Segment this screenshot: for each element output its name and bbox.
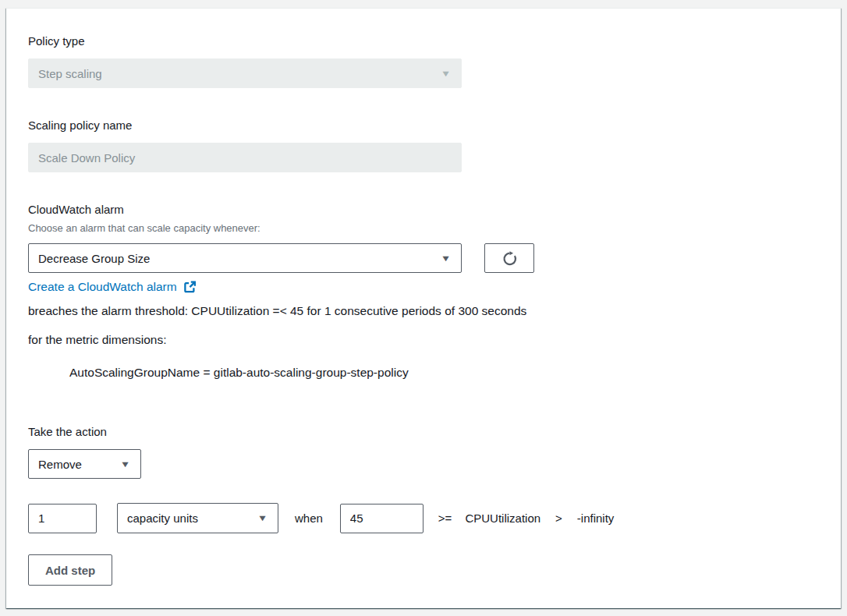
- lower-bound-operator: >: [555, 512, 562, 525]
- policy-name-label: Scaling policy name: [28, 119, 819, 133]
- chevron-down-icon: ▼: [120, 460, 131, 469]
- metric-dimension-text: AutoScalingGroupName = gitlab-auto-scali…: [28, 366, 819, 380]
- cloudwatch-alarm-field: CloudWatch alarm Choose an alarm that ca…: [28, 203, 819, 380]
- page-background: { "colors": { "page_background": "#f2f3f…: [0, 0, 847, 616]
- metric-name-label: CPUUtilization: [465, 512, 540, 525]
- policy-type-label: Policy type: [28, 34, 819, 48]
- scaling-step-row: capacity units ▼ when >= CPUUtilization …: [28, 503, 819, 533]
- lower-bound-value: -infinity: [577, 512, 615, 525]
- step-amount-input[interactable]: [28, 504, 97, 533]
- external-link-icon: [183, 280, 197, 294]
- policy-name-input: [28, 143, 462, 172]
- alarm-select-row: Decrease Group Size ▼: [28, 243, 819, 273]
- step-scaling-policy-card: Policy type Step scaling ▼ Scaling polic…: [6, 8, 841, 608]
- policy-type-field: Policy type Step scaling ▼: [28, 34, 819, 88]
- cloudwatch-alarm-description: Choose an alarm that can scale capacity …: [28, 222, 819, 235]
- policy-type-selected-value: Step scaling: [38, 67, 102, 80]
- take-action-field: Take the action Remove ▼ capacity units …: [28, 425, 819, 586]
- cloudwatch-alarm-selected-value: Decrease Group Size: [38, 252, 150, 265]
- refresh-icon: [501, 250, 518, 267]
- take-action-label: Take the action: [28, 425, 819, 439]
- create-cloudwatch-alarm-link-label: Create a CloudWatch alarm: [28, 280, 177, 294]
- step-unit-select[interactable]: capacity units ▼: [117, 503, 278, 533]
- add-step-button[interactable]: Add step: [28, 554, 112, 586]
- chevron-down-icon: ▼: [257, 514, 268, 522]
- create-cloudwatch-alarm-link[interactable]: Create a CloudWatch alarm: [28, 280, 197, 294]
- action-type-selected-value: Remove: [38, 458, 82, 471]
- action-type-select[interactable]: Remove ▼: [28, 449, 141, 479]
- when-label: when: [295, 512, 323, 525]
- upper-bound-operator: >=: [438, 512, 452, 525]
- chevron-down-icon: ▼: [441, 69, 452, 78]
- step-threshold-input[interactable]: [340, 504, 424, 533]
- step-unit-selected-value: capacity units: [127, 512, 198, 525]
- chevron-down-icon: ▼: [441, 254, 452, 263]
- refresh-alarms-button[interactable]: [484, 243, 534, 273]
- cloudwatch-alarm-select[interactable]: Decrease Group Size ▼: [28, 243, 462, 273]
- policy-type-select: Step scaling ▼: [28, 58, 462, 88]
- alarm-threshold-text: breaches the alarm threshold: CPUUtiliza…: [28, 296, 533, 354]
- policy-name-field: Scaling policy name: [28, 119, 819, 172]
- cloudwatch-alarm-label: CloudWatch alarm: [28, 203, 819, 217]
